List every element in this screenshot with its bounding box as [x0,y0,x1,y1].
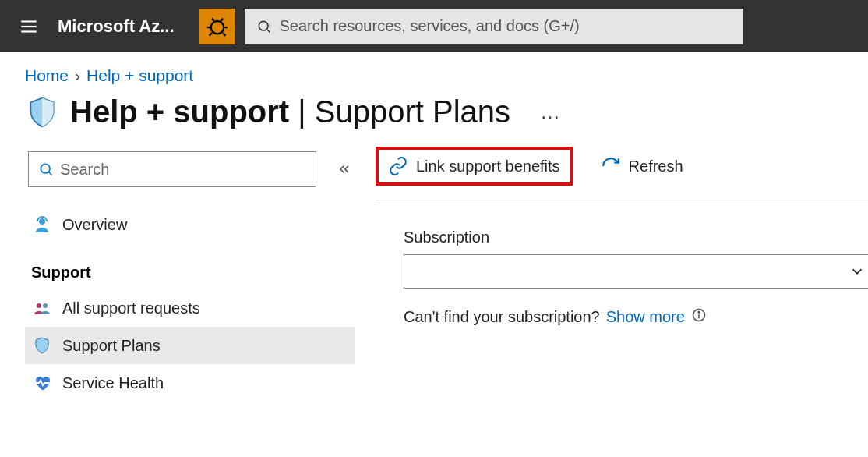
person-support-icon [33,215,51,234]
page-title: Help + support | Support Plans … [0,85,868,147]
sidebar-item-label: Support Plans [62,337,161,355]
subscription-select[interactable] [404,254,868,289]
sidebar-item-label: Overview [62,216,127,234]
refresh-button[interactable]: Refresh [591,150,693,182]
topbar: Microsoft Az... [0,0,868,52]
sidebar-item-overview[interactable]: Overview [25,206,355,243]
chevron-double-left-icon [337,161,352,177]
svg-point-13 [698,311,700,313]
sidebar-item-label: Service Health [62,374,164,392]
show-more-link[interactable]: Show more [606,308,685,326]
command-bar: Link support benefits Refresh [376,147,868,200]
svg-point-4 [259,21,268,30]
global-search[interactable] [245,9,743,44]
search-icon [256,19,272,34]
sidebar-search-input[interactable] [60,161,306,179]
svg-point-9 [37,303,41,308]
svg-point-10 [43,303,48,308]
svg-line-7 [49,172,52,175]
svg-point-6 [41,164,50,173]
link-icon [388,156,408,176]
form: Subscription Can't find your subscriptio… [376,200,868,327]
sidebar-item-support-plans[interactable]: Support Plans [25,327,355,364]
link-support-benefits-button[interactable]: Link support benefits [376,147,573,186]
refresh-icon [601,156,621,176]
sidebar-item-service-health[interactable]: Service Health [25,364,355,402]
info-icon[interactable] [691,307,707,327]
cmd-label: Refresh [629,158,683,175]
content: Link support benefits Refresh Subscripti… [355,147,868,402]
cmd-label: Link support benefits [416,158,560,175]
subscription-hint: Can't find your subscription? Show more [404,289,868,327]
collapse-sidebar-button[interactable] [337,161,352,177]
menu-button[interactable] [9,7,48,46]
bug-button[interactable] [199,9,235,44]
breadcrumb-current[interactable]: Help + support [86,66,193,85]
title-divider: | [289,94,315,129]
more-button[interactable]: … [521,100,560,124]
shield-icon [33,336,51,355]
global-search-input[interactable] [280,17,732,35]
breadcrumb: Home › Help + support [0,52,868,85]
sidebar: Overview Support All support requests Su… [25,147,355,402]
subscription-label: Subscription [404,228,868,254]
sidebar-item-label: All support requests [62,299,200,317]
sidebar-item-all-requests[interactable]: All support requests [25,289,355,327]
heart-pulse-icon [33,374,51,392]
svg-point-8 [39,218,45,225]
svg-point-3 [210,21,223,34]
people-icon [33,299,51,317]
breadcrumb-home[interactable]: Home [25,66,69,85]
bug-icon [206,16,228,37]
sidebar-heading-support: Support [25,243,355,289]
chevron-right-icon: › [75,66,80,85]
chevron-down-icon [849,263,866,280]
search-icon [38,161,54,177]
svg-line-5 [266,29,270,32]
title-main: Help + support [70,94,289,129]
hint-text: Can't find your subscription? [404,308,600,326]
brand-label[interactable]: Microsoft Az... [58,16,175,37]
main: Overview Support All support requests Su… [0,147,868,402]
title-sub: Support Plans [315,94,510,129]
shield-icon [25,95,59,129]
sidebar-search[interactable] [28,151,316,187]
hamburger-icon [19,16,39,37]
